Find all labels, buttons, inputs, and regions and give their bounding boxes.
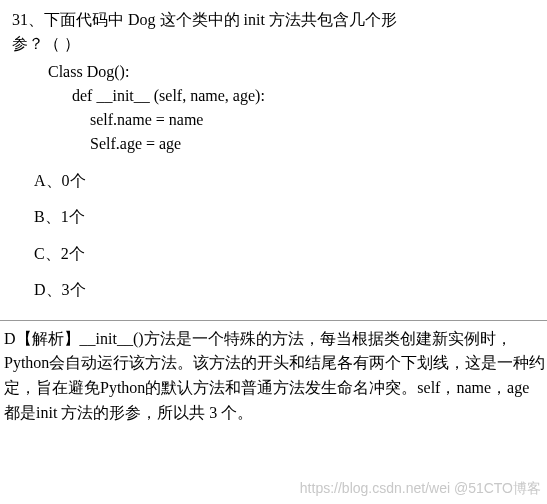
option-c: C、2个 <box>34 243 535 265</box>
question-prompt: 31、下面代码中 Dog 这个类中的 init 方法共包含几个形 参？（ ） <box>12 8 535 56</box>
option-a: A、0个 <box>34 170 535 192</box>
explanation-section: D【解析】__init__()方法是一个特殊的方法，每当根据类创建新实例时，Py… <box>0 321 547 426</box>
watermark: https://blog.csdn.net/wei @51CTO博客 <box>300 480 541 498</box>
code-line-3: self.name = name <box>48 108 535 132</box>
option-d: D、3个 <box>34 279 535 301</box>
question-line1: 31、下面代码中 Dog 这个类中的 init 方法共包含几个形 <box>12 11 397 28</box>
options-list: A、0个 B、1个 C、2个 D、3个 <box>12 156 535 302</box>
code-line-4: Self.age = age <box>48 132 535 156</box>
question-line2: 参？（ ） <box>12 35 80 52</box>
option-b: B、1个 <box>34 206 535 228</box>
code-line-1: Class Dog(): <box>48 60 535 84</box>
explanation-text: D【解析】__init__()方法是一个特殊的方法，每当根据类创建新实例时，Py… <box>4 330 545 421</box>
question-section: 31、下面代码中 Dog 这个类中的 init 方法共包含几个形 参？（ ） C… <box>0 0 547 320</box>
code-line-2: def __init__ (self, name, age): <box>48 84 535 108</box>
code-block: Class Dog(): def __init__ (self, name, a… <box>12 60 535 156</box>
